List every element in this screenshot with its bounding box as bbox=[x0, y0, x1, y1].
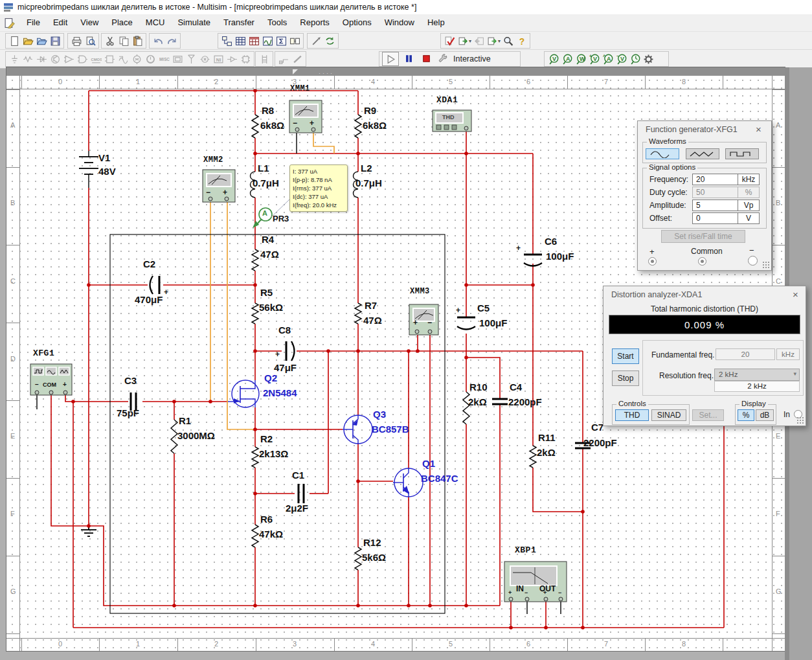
percent-button[interactable]: % bbox=[738, 409, 754, 421]
resize-grip-icon[interactable] bbox=[796, 416, 804, 424]
redo-icon[interactable] bbox=[165, 34, 178, 47]
square-wave-button[interactable] bbox=[725, 148, 759, 159]
distortion-analyzer-panel[interactable]: Distortion analyzer-XDA1 × Total harmoni… bbox=[603, 286, 806, 426]
open-samples-icon[interactable] bbox=[35, 34, 48, 47]
help-icon[interactable]: ? bbox=[515, 34, 528, 47]
back-annotate-icon[interactable] bbox=[472, 34, 485, 47]
place-mcu-icon[interactable] bbox=[239, 52, 252, 65]
component-label[interactable]: C5 bbox=[477, 303, 490, 313]
component-label[interactable]: V1 bbox=[98, 153, 110, 163]
component-label[interactable]: 48V bbox=[98, 166, 116, 177]
place-basic-icon[interactable] bbox=[21, 52, 34, 65]
paste-icon[interactable] bbox=[131, 34, 144, 47]
component-label[interactable]: 470μF bbox=[135, 295, 163, 305]
menu-file[interactable]: File bbox=[20, 14, 47, 31]
component-label[interactable]: − bbox=[524, 590, 528, 596]
find-icon[interactable] bbox=[501, 34, 514, 47]
place-ttl-icon[interactable] bbox=[76, 52, 89, 65]
probe-settings-icon[interactable] bbox=[642, 52, 655, 65]
component-label[interactable]: C2 bbox=[143, 259, 155, 269]
stop-button[interactable]: Stop bbox=[612, 370, 639, 386]
component-label[interactable]: R2 bbox=[260, 434, 273, 444]
amplitude-input[interactable]: 5 bbox=[692, 199, 738, 211]
postprocessor-icon[interactable] bbox=[275, 34, 288, 47]
sinad-button[interactable]: SINAD bbox=[651, 409, 686, 421]
component-label[interactable]: C8 bbox=[278, 325, 291, 336]
component-label[interactable]: PR3 bbox=[273, 214, 289, 223]
component-label[interactable]: Q2 bbox=[264, 373, 277, 383]
voltage-probe-icon[interactable]: V bbox=[547, 52, 559, 65]
menu-help[interactable]: Help bbox=[421, 14, 451, 31]
database-manager-icon[interactable] bbox=[247, 34, 260, 47]
copy-icon[interactable] bbox=[117, 34, 130, 47]
bus-icon[interactable] bbox=[277, 52, 290, 65]
pause-icon[interactable] bbox=[401, 52, 416, 65]
component-label[interactable]: R4 bbox=[262, 234, 274, 245]
component-label[interactable]: R12 bbox=[363, 538, 381, 548]
component-label[interactable]: 2N5484 bbox=[263, 388, 297, 398]
place-mixed-icon[interactable] bbox=[117, 52, 130, 65]
place-peripherals-icon[interactable] bbox=[171, 52, 184, 65]
component-label[interactable]: XMM2 bbox=[203, 156, 223, 165]
component-label[interactable]: BC857B bbox=[372, 424, 409, 435]
component-label[interactable]: THD bbox=[442, 115, 455, 120]
component-label[interactable]: R7 bbox=[365, 301, 377, 311]
resize-grip-icon[interactable] bbox=[762, 261, 770, 269]
component-label[interactable]: COM bbox=[43, 382, 56, 388]
db-button[interactable]: dB bbox=[756, 409, 774, 421]
menu-window[interactable]: Window bbox=[378, 14, 421, 31]
place-indicator-icon[interactable] bbox=[130, 52, 143, 65]
undo-icon[interactable] bbox=[152, 34, 164, 47]
junction-icon[interactable] bbox=[291, 52, 304, 65]
menu-view[interactable]: View bbox=[74, 14, 105, 31]
component-label[interactable]: R8 bbox=[262, 106, 274, 116]
component-label[interactable]: XDA1 bbox=[436, 96, 458, 105]
menu-place[interactable]: Place bbox=[105, 14, 139, 31]
offset-input[interactable]: 0 bbox=[692, 212, 738, 224]
component-label[interactable]: C7 bbox=[591, 422, 603, 433]
component-label[interactable]: XFG1 bbox=[33, 349, 54, 358]
component-label[interactable]: 100μF bbox=[546, 251, 574, 262]
component-label[interactable]: + bbox=[508, 590, 512, 596]
component-label[interactable]: OUT bbox=[539, 585, 556, 593]
component-label[interactable]: Q1 bbox=[422, 459, 435, 469]
component-label[interactable]: − bbox=[293, 119, 297, 128]
place-cmos-icon[interactable]: CMOS bbox=[89, 52, 102, 65]
component-label[interactable]: − bbox=[427, 319, 432, 327]
component-label[interactable]: R6 bbox=[260, 514, 273, 525]
clock-probe-icon[interactable] bbox=[628, 52, 641, 65]
wrench-icon[interactable] bbox=[436, 52, 449, 65]
current-dial-probe-icon[interactable]: A˄ bbox=[601, 52, 614, 65]
cut-icon[interactable] bbox=[104, 34, 117, 47]
component-label[interactable]: + bbox=[63, 381, 67, 389]
component-label[interactable]: L2 bbox=[361, 163, 372, 174]
component-label[interactable]: + bbox=[164, 288, 168, 297]
hierarchy-icon[interactable] bbox=[220, 34, 233, 47]
forward-annotate-icon[interactable] bbox=[486, 34, 499, 47]
erc-check-icon[interactable] bbox=[443, 34, 456, 47]
component-label[interactable]: 5k6Ω bbox=[362, 552, 386, 563]
component-label[interactable]: IN bbox=[516, 585, 524, 593]
component-label[interactable]: − bbox=[206, 188, 210, 197]
component-label[interactable]: 47Ω bbox=[363, 315, 382, 326]
menu-transfer[interactable]: Transfer bbox=[217, 14, 261, 31]
component-label[interactable]: + bbox=[543, 590, 547, 596]
print-preview-icon[interactable] bbox=[84, 34, 96, 47]
component-label[interactable]: 56kΩ bbox=[259, 302, 283, 313]
component-label[interactable]: − bbox=[35, 381, 39, 389]
component-label[interactable]: + bbox=[456, 306, 460, 315]
splitter-handle[interactable] bbox=[293, 69, 298, 74]
menu-simulate[interactable]: Simulate bbox=[171, 14, 217, 31]
fg-plus-terminal[interactable] bbox=[648, 257, 657, 266]
resolution-freq-dropdown[interactable]: 2 kHz ▾ bbox=[714, 369, 800, 381]
voltage-neg-probe-icon[interactable]: V− bbox=[615, 52, 627, 65]
component-label[interactable]: + bbox=[413, 319, 418, 327]
power-probe-icon[interactable]: W bbox=[574, 52, 587, 65]
thd-button[interactable]: THD bbox=[615, 409, 649, 421]
component-label[interactable]: BC847C bbox=[421, 473, 458, 484]
menu-edit[interactable]: Edit bbox=[47, 14, 74, 31]
menu-options[interactable]: Options bbox=[336, 14, 378, 31]
print-icon[interactable] bbox=[70, 34, 83, 47]
close-icon[interactable]: × bbox=[793, 289, 798, 300]
component-label[interactable]: 2kΩ bbox=[468, 397, 487, 407]
